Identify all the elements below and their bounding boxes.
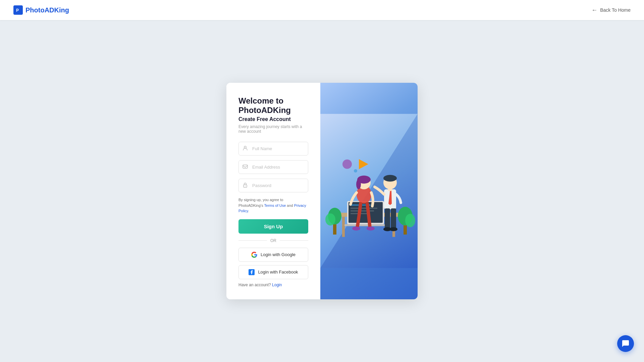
password-input[interactable] [238,179,308,192]
svg-rect-18 [351,208,377,209]
svg-point-9 [342,160,352,169]
svg-point-2 [244,146,246,148]
email-group [238,160,308,174]
facebook-icon [249,269,255,275]
subtitle-text: Every amazing journey starts with a new … [238,124,308,134]
chat-button[interactable] [617,335,634,352]
terms-text: By signing up, you agree to PhotoADKing'… [238,197,308,214]
fullname-input[interactable] [238,142,308,156]
terms-link[interactable]: Terms of Use [264,203,286,207]
facebook-button-label: Login with Facebook [258,269,298,275]
svg-rect-32 [388,188,392,191]
svg-point-26 [352,227,360,231]
svg-rect-3 [243,165,248,168]
email-input[interactable] [238,160,308,174]
svg-point-42 [405,214,415,227]
svg-point-31 [383,175,397,182]
facebook-login-button[interactable]: Login with Facebook [238,265,308,279]
fullname-group [238,142,308,156]
divider-line-left [238,240,267,241]
illustration-svg [320,83,418,299]
svg-rect-34 [391,208,396,229]
or-label: OR [270,238,276,243]
svg-point-36 [389,227,397,231]
form-section: Welcome to PhotoADKing Create Free Accou… [226,83,320,299]
google-icon [251,252,257,258]
svg-rect-13 [342,217,345,237]
svg-point-25 [356,179,361,189]
svg-point-11 [354,169,357,173]
logo-text: PhotoADKing [25,6,69,14]
svg-point-5 [245,186,246,186]
login-link[interactable]: Login [272,283,282,287]
chat-icon [622,340,630,348]
create-account-label: Create Free Account [238,116,308,122]
svg-point-39 [325,214,335,226]
welcome-title: Welcome to PhotoADKing [238,96,308,115]
google-button-label: Login with Google [261,252,296,257]
logo[interactable]: P PhotoADKing [13,5,69,15]
divider-line-right [280,240,308,241]
lock-icon [243,182,248,189]
svg-rect-19 [351,210,374,212]
header: P PhotoADKing ← Back To Home [0,0,644,20]
email-icon [243,164,248,171]
password-group [238,179,308,192]
svg-rect-21 [344,224,386,226]
have-account-text: Have an account? Login [238,283,308,287]
or-divider: OR [238,238,308,243]
svg-rect-33 [385,208,390,229]
google-login-button[interactable]: Login with Google [238,248,308,262]
back-home-label: Back To Home [600,7,631,13]
main-content: Welcome to PhotoADKing Create Free Accou… [0,20,644,362]
back-home-link[interactable]: ← Back To Home [591,7,631,14]
svg-point-27 [367,227,375,231]
svg-text:P: P [16,8,19,13]
logo-icon: P [13,5,23,15]
back-arrow-icon: ← [591,7,597,14]
signup-card: Welcome to PhotoADKing Create Free Accou… [226,83,418,299]
person-icon [243,145,248,152]
signup-button[interactable]: Sign Up [238,219,308,234]
illustration-section [320,83,418,299]
